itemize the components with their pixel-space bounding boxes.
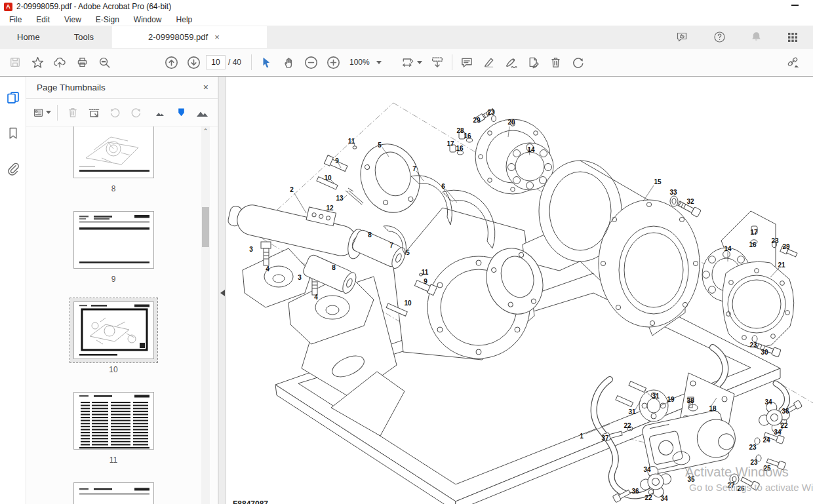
tab-document[interactable]: 2-09998059.pdf × [111,26,268,48]
tools-pane-link-button[interactable] [782,52,804,73]
chevron-down-icon [376,61,382,64]
thumbnail-page-12[interactable]: 12 [26,479,201,504]
scroll-up-arrow[interactable]: ⌃ [201,126,210,136]
rotate-right-button[interactable] [127,104,145,122]
thumbnail-options-button[interactable] [33,104,51,122]
activate-windows-watermark: Activate Windows [685,465,789,480]
zoom-in-button[interactable] [322,52,344,73]
thumbnail-image[interactable] [73,392,154,450]
page-thumbnails-rail-icon[interactable] [3,88,23,107]
apps-grid-icon[interactable] [782,27,804,48]
fit-width-button[interactable] [397,52,426,73]
window-title: 2-09998059.pdf - Adobe Acrobat Pro (64-b… [16,2,171,11]
document-page: 1159107621312232920281617161415333238438… [226,77,813,504]
feedback-icon[interactable] [671,27,694,48]
thumbnail-page-number: 11 [109,456,117,465]
search-button[interactable] [93,52,115,73]
navigation-rail [0,77,26,504]
thumbnail-image[interactable] [73,482,154,504]
figure-code-label: F8847087 [233,499,268,504]
bookmarks-rail-icon[interactable] [3,124,23,142]
thumbnail-list: 89101112 [26,126,201,504]
comment-tool-button[interactable] [456,52,478,73]
menu-bar: File Edit View E-Sign Window Help [0,13,813,26]
tab-home[interactable]: Home [0,26,57,48]
panel-close-icon[interactable]: × [203,82,208,92]
reduce-thumbnails-icon[interactable] [151,104,169,122]
thumbnail-page-number: 9 [111,275,116,284]
menu-esign[interactable]: E-Sign [96,15,119,24]
star-button[interactable] [26,52,49,73]
zoom-level-value: 100% [349,58,370,67]
panel-splitter[interactable] [218,77,226,504]
rotate-left-button[interactable] [106,104,124,122]
activate-windows-watermark-line2: Go to Settings to activate Wind [689,482,813,493]
tab-bar: Home Tools 2-09998059.pdf × [0,26,813,48]
quick-toolbar: 10 / 40 100% [0,48,813,77]
tab-document-label: 2-09998059.pdf [148,32,208,42]
edit-pages-button[interactable] [523,52,545,73]
previous-page-button[interactable] [160,52,182,73]
menu-file[interactable]: File [9,15,22,24]
crop-pages-button[interactable] [85,104,103,122]
tab-tools[interactable]: Tools [57,26,111,48]
thumbnail-page-10[interactable]: 10 [26,298,201,389]
page-thumbnails-panel: Page Thumbnails × [26,77,218,504]
help-icon[interactable] [708,27,730,48]
thumbnail-page-11[interactable]: 11 [26,389,201,479]
sign-tool-button[interactable] [500,52,523,73]
chevron-down-icon [417,61,422,64]
menu-view[interactable]: View [64,15,81,24]
panel-title: Page Thumbnails [37,83,106,92]
acrobat-app-icon: A [4,3,12,11]
page-total-label: / 40 [228,58,241,67]
thumbnail-page-number: 8 [111,184,116,193]
next-page-button[interactable] [182,52,205,73]
attachments-rail-icon[interactable] [3,159,23,178]
menu-edit[interactable]: Edit [36,15,50,24]
panel-toolbar [26,99,218,126]
highlight-tool-button[interactable] [478,52,500,73]
collapse-panel-icon[interactable] [220,290,225,296]
thumbnail-image[interactable] [73,211,154,269]
zoom-out-button[interactable] [300,52,322,73]
enlarge-thumbnails-icon[interactable] [193,104,211,122]
share-upload-button[interactable] [49,52,71,73]
thumbnail-image[interactable] [73,301,154,359]
panel-scrollbar[interactable]: ⌃ [201,126,210,504]
zoom-level-dropdown[interactable]: 100% [344,54,387,71]
print-button[interactable] [71,52,93,73]
thumbnail-page-number: 10 [109,365,117,374]
fit-one-page-button[interactable] [426,52,448,73]
notifications-bell-icon[interactable] [745,27,767,48]
save-button[interactable] [4,52,26,73]
menu-window[interactable]: Window [134,15,162,24]
thumbnail-list-inner: 89101112 [26,126,201,504]
thumbnail-page-8[interactable]: 8 [26,126,201,208]
page-number-input[interactable]: 10 [206,55,226,69]
tab-close-icon[interactable]: × [214,32,220,42]
exploded-parts-diagram [226,77,813,504]
minimize-button[interactable] [791,5,799,6]
rotate-pages-button[interactable] [567,52,589,73]
thumbnail-size-slider[interactable] [172,104,190,122]
delete-thumbnail-button[interactable] [64,104,82,122]
menu-help[interactable]: Help [176,15,193,24]
panel-header: Page Thumbnails × [26,77,218,99]
title-bar: A 2-09998059.pdf - Adobe Acrobat Pro (64… [0,0,813,13]
delete-pages-button[interactable] [545,52,567,73]
scrollbar-thumb[interactable] [202,207,209,247]
thumbnail-image[interactable] [73,126,154,178]
select-tool-button[interactable] [255,52,277,73]
hand-tool-button[interactable] [277,52,300,73]
thumbnail-page-9[interactable]: 9 [26,208,201,298]
